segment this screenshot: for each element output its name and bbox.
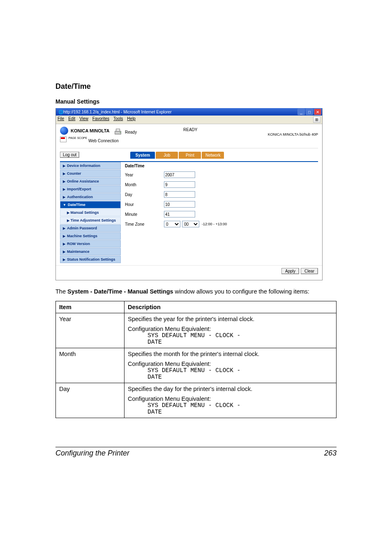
- cell-item: Year: [56, 313, 125, 348]
- page-number: 263: [324, 449, 337, 458]
- footer-title: Configuring the Printer: [55, 449, 129, 458]
- pagescope-prefix: PAGE SCOPE: [69, 136, 87, 139]
- printer-status-text: Ready: [125, 130, 137, 134]
- day-input[interactable]: [164, 191, 195, 198]
- day-label: Day: [125, 192, 164, 197]
- close-icon[interactable]: ✕: [314, 109, 321, 115]
- minute-input[interactable]: [164, 211, 195, 217]
- konica-minolta-logo-icon: [60, 127, 68, 135]
- maximize-icon[interactable]: □: [306, 109, 313, 115]
- sidebar-item-machine-settings[interactable]: ▶Machine Settings: [60, 232, 121, 240]
- menu-edit[interactable]: Edit: [68, 116, 75, 123]
- sidebar: ▶Device Information ▶Counter ▶Online Ass…: [60, 162, 121, 264]
- table-row: Day Specifies the day for the printer's …: [56, 383, 337, 418]
- col-description: Description: [125, 301, 337, 313]
- col-item: Item: [56, 301, 125, 313]
- menubar: File Edit View Favorites Tools Help ⊞: [56, 116, 322, 124]
- window-titlebar: 🌐 http://192.168.1.2/a_index.html - Micr…: [56, 108, 322, 116]
- sidebar-item-rom-version[interactable]: ▶ROM Version: [60, 240, 121, 247]
- table-row: Year Specifies the year for the printer'…: [56, 313, 337, 348]
- printer-status-icon: [113, 127, 122, 136]
- timezone-range: -12:00 - +13:00: [202, 222, 227, 226]
- table-row: Month Specifies the month for the printe…: [56, 348, 337, 383]
- window-title: http://192.168.1.2/a_index.html - Micros…: [63, 110, 297, 114]
- menu-view[interactable]: View: [79, 116, 88, 123]
- main-panel: Date/Time Year Month Day Hour: [121, 162, 318, 264]
- year-label: Year: [125, 173, 164, 177]
- section-heading: Date/Time: [55, 82, 337, 91]
- cell-item: Month: [56, 348, 125, 383]
- settings-table: Item Description Year Specifies the year…: [55, 301, 337, 418]
- pagescope-icon: [60, 136, 67, 142]
- tab-job[interactable]: Job: [156, 152, 178, 159]
- minimize-icon[interactable]: _: [297, 109, 305, 115]
- month-input[interactable]: [164, 181, 195, 188]
- svg-rect-1: [116, 129, 120, 132]
- timezone-hour-select[interactable]: 0: [164, 221, 180, 227]
- cell-desc: Specifies the day for the printer's inte…: [125, 383, 337, 418]
- windows-flag-icon[interactable]: ⊞: [313, 116, 321, 123]
- month-label: Month: [125, 183, 164, 187]
- sidebar-item-device-information[interactable]: ▶Device Information: [60, 162, 121, 169]
- cell-item: Day: [56, 383, 125, 418]
- menu-file[interactable]: File: [58, 116, 64, 123]
- page-footer: Configuring the Printer 263: [55, 447, 337, 458]
- ie-icon: 🌐: [58, 110, 63, 114]
- logout-button[interactable]: Log out: [60, 152, 79, 158]
- embedded-screenshot: 🌐 http://192.168.1.2/a_index.html - Micr…: [55, 108, 323, 280]
- tab-network[interactable]: Network: [202, 152, 224, 159]
- minute-label: Minute: [125, 212, 164, 217]
- sidebar-item-admin-password[interactable]: ▶Admin Password: [60, 224, 121, 232]
- sidebar-item-status-notification[interactable]: ▶Status Notification Settings: [60, 256, 121, 263]
- clear-button[interactable]: Clear: [301, 268, 318, 274]
- sidebar-item-online-assistance[interactable]: ▶Online Assistance: [60, 178, 121, 185]
- intro-paragraph: The System - Date/Time - Manual Settings…: [55, 288, 337, 296]
- hour-input[interactable]: [164, 201, 195, 208]
- ready-label: READY: [183, 127, 197, 132]
- tab-system[interactable]: System: [130, 152, 155, 159]
- subsection-heading: Manual Settings: [55, 98, 337, 105]
- brand-name: KONICA MINOLTA: [71, 128, 110, 133]
- svg-rect-0: [115, 131, 121, 134]
- apply-button[interactable]: Apply: [281, 268, 299, 274]
- svg-point-2: [120, 132, 121, 133]
- sidebar-item-import-export[interactable]: ▶Import/Export: [60, 185, 121, 193]
- device-name: KONICA MINOLTA bizhub 40P: [268, 132, 318, 136]
- sidebar-subitem-time-adjustment[interactable]: ▶ Time Adjustment Settings: [60, 217, 121, 224]
- timezone-min-select[interactable]: 00: [182, 221, 199, 227]
- panel-title: Date/Time: [125, 164, 314, 168]
- year-input[interactable]: [164, 171, 195, 178]
- sidebar-item-counter[interactable]: ▶Counter: [60, 170, 121, 177]
- sidebar-subitem-manual-settings[interactable]: ▶ Manual Settings: [60, 209, 121, 216]
- tab-print[interactable]: Print: [179, 152, 201, 159]
- hour-label: Hour: [125, 202, 164, 207]
- menu-favorites[interactable]: Favorites: [92, 116, 109, 123]
- sidebar-item-maintenance[interactable]: ▶Maintenance: [60, 248, 121, 255]
- menu-tools[interactable]: Tools: [113, 116, 123, 123]
- sidebar-item-date-time[interactable]: ▼Date/Time: [60, 201, 121, 208]
- pagescope-label: Web Connection: [88, 139, 119, 143]
- timezone-label: Time Zone: [125, 222, 164, 227]
- menu-help[interactable]: Help: [127, 116, 136, 123]
- sidebar-item-authentication[interactable]: ▶Authentication: [60, 193, 121, 201]
- cell-desc: Specifies the month for the printer's in…: [125, 348, 337, 383]
- cell-desc: Specifies the year for the printer's int…: [125, 313, 337, 348]
